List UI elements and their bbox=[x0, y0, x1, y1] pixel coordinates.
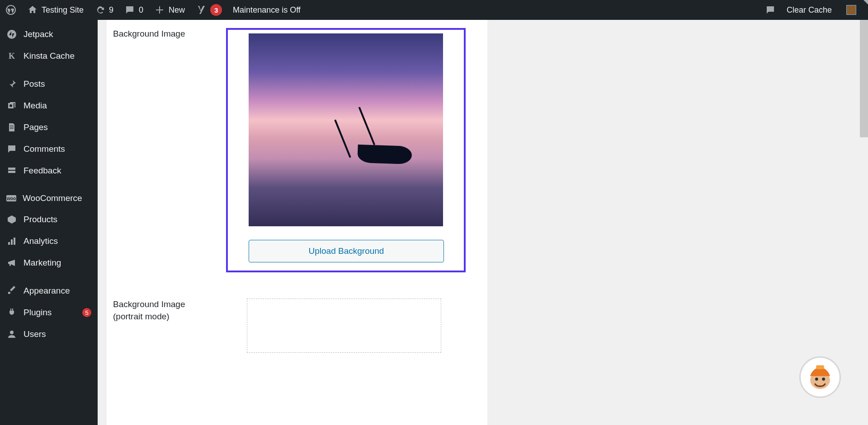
sidebar-item-label: Feedback bbox=[24, 166, 61, 176]
user-avatar bbox=[846, 5, 856, 15]
field-label-bg-image: Background Image bbox=[113, 28, 217, 272]
site-name-link[interactable]: Testing Site bbox=[22, 0, 89, 20]
scrollbar-thumb[interactable] bbox=[860, 20, 868, 137]
field-background-image-portrait: Background Image (portrait mode) bbox=[107, 280, 487, 361]
sidebar-item-feedback[interactable]: Feedback bbox=[0, 160, 98, 182]
jetpack-icon bbox=[6, 29, 17, 40]
sidebar-item-label: WooCommerce bbox=[23, 193, 82, 203]
new-content-link[interactable]: New bbox=[149, 0, 190, 20]
svg-point-2 bbox=[9, 104, 12, 107]
pin-icon bbox=[6, 79, 17, 89]
bg-image-preview[interactable] bbox=[249, 33, 443, 226]
comments-link[interactable]: 0 bbox=[119, 0, 149, 20]
upload-background-button[interactable]: Upload Background bbox=[249, 240, 444, 262]
sidebar-item-label: Products bbox=[24, 215, 57, 224]
notification-icon bbox=[765, 5, 776, 15]
sidebar-item-kinsta[interactable]: K Kinsta Cache bbox=[0, 45, 98, 67]
analytics-icon bbox=[6, 236, 17, 247]
updates-link[interactable]: 9 bbox=[89, 0, 119, 20]
wordpress-logo-menu[interactable] bbox=[0, 0, 22, 20]
sidebar-item-analytics[interactable]: Analytics bbox=[0, 230, 98, 252]
maintenance-label: Maintenance is Off bbox=[233, 5, 301, 15]
svg-point-3 bbox=[10, 331, 14, 334]
sidebar-separator bbox=[0, 67, 98, 73]
sidebar-item-posts[interactable]: Posts bbox=[0, 73, 98, 95]
comments-count: 0 bbox=[139, 5, 143, 15]
sidebar-separator bbox=[0, 274, 98, 280]
products-icon bbox=[6, 214, 17, 225]
home-icon bbox=[27, 5, 38, 15]
sidebar-item-users[interactable]: Users bbox=[0, 323, 98, 345]
sidebar-item-products[interactable]: Products bbox=[0, 209, 98, 230]
yoast-link[interactable]: 3 bbox=[190, 0, 227, 20]
sidebar-item-label: Kinsta Cache bbox=[24, 51, 75, 61]
field-label-bg-portrait: Background Image (portrait mode) bbox=[113, 299, 217, 353]
yoast-badge: 3 bbox=[210, 4, 222, 16]
new-label: New bbox=[169, 5, 185, 15]
notifications-link[interactable] bbox=[760, 0, 781, 20]
site-name: Testing Site bbox=[42, 5, 84, 15]
svg-point-7 bbox=[822, 378, 825, 381]
comment-icon bbox=[124, 5, 135, 15]
sidebar-item-label: Posts bbox=[24, 79, 45, 89]
sidebar-item-marketing[interactable]: Marketing bbox=[0, 252, 98, 274]
sidebar-item-plugins[interactable]: Plugins 5 bbox=[0, 302, 98, 323]
admin-sidebar: Jetpack K Kinsta Cache Posts Media Pages… bbox=[0, 20, 98, 425]
sidebar-item-label: Jetpack bbox=[24, 29, 53, 39]
bg-portrait-dropzone[interactable] bbox=[247, 299, 441, 353]
sidebar-item-label: Marketing bbox=[24, 258, 61, 268]
mascot-icon bbox=[804, 361, 836, 393]
kinsta-icon: K bbox=[6, 51, 17, 61]
sidebar-item-label: Comments bbox=[24, 144, 65, 154]
updates-count: 9 bbox=[109, 5, 113, 15]
sidebar-item-media[interactable]: Media bbox=[0, 95, 98, 117]
sidebar-item-label: Plugins bbox=[24, 308, 52, 318]
feedback-icon bbox=[6, 165, 17, 176]
sidebar-item-jetpack[interactable]: Jetpack bbox=[0, 23, 98, 45]
plugins-update-badge: 5 bbox=[82, 308, 91, 317]
sidebar-item-comments[interactable]: Comments bbox=[0, 138, 98, 160]
svg-rect-5 bbox=[816, 365, 824, 369]
woocommerce-icon: woo bbox=[6, 195, 16, 201]
maintenance-toggle[interactable]: Maintenance is Off bbox=[227, 0, 306, 20]
svg-point-1 bbox=[7, 30, 16, 39]
sidebar-separator bbox=[0, 182, 98, 188]
media-icon bbox=[6, 100, 17, 111]
corner-indicator bbox=[863, 0, 868, 5]
yoast-icon bbox=[196, 5, 207, 15]
settings-panel: Background Image Upload Background Backg… bbox=[107, 20, 487, 425]
plugin-icon bbox=[6, 307, 17, 318]
field-background-image: Background Image Upload Background bbox=[107, 20, 487, 280]
update-icon bbox=[94, 5, 105, 15]
sidebar-item-label: Analytics bbox=[24, 236, 58, 246]
clear-cache-button[interactable]: Clear Cache bbox=[781, 0, 837, 20]
content-area: Background Image Upload Background Backg… bbox=[98, 20, 868, 425]
page-icon bbox=[6, 122, 17, 133]
help-mascot-button[interactable] bbox=[799, 356, 841, 398]
svg-point-6 bbox=[815, 378, 818, 381]
user-icon bbox=[6, 329, 17, 340]
sidebar-item-label: Users bbox=[24, 329, 46, 339]
sidebar-item-pages[interactable]: Pages bbox=[0, 117, 98, 138]
sidebar-item-woocommerce[interactable]: woo WooCommerce bbox=[0, 188, 98, 209]
wordpress-icon bbox=[5, 5, 16, 15]
comment-icon bbox=[6, 144, 17, 154]
sidebar-item-appearance[interactable]: Appearance bbox=[0, 280, 98, 302]
admin-toolbar: Testing Site 9 0 New 3 Maintenance is Of… bbox=[0, 0, 868, 20]
megaphone-icon bbox=[6, 257, 17, 268]
sidebar-item-label: Pages bbox=[24, 122, 48, 132]
plus-icon bbox=[154, 5, 165, 15]
clear-cache-label: Clear Cache bbox=[787, 5, 832, 15]
brush-icon bbox=[6, 285, 17, 296]
bg-image-highlight: Upload Background bbox=[226, 28, 466, 272]
sidebar-item-label: Media bbox=[24, 101, 47, 111]
sidebar-item-label: Appearance bbox=[24, 286, 70, 296]
svg-point-0 bbox=[6, 5, 15, 14]
